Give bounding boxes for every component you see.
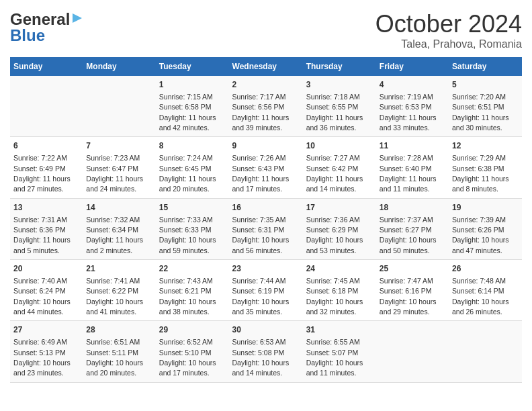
day-number: 22 (159, 263, 226, 275)
day-number: 5 (452, 79, 519, 91)
day-info: Sunrise: 7:39 AMSunset: 6:26 PMDaylight:… (452, 216, 509, 255)
day-number: 28 (86, 324, 152, 336)
logo-arrow-icon (71, 12, 83, 27)
day-number: 16 (232, 202, 300, 214)
weekday-header-friday: Friday (376, 57, 449, 76)
day-number: 24 (306, 263, 373, 275)
calendar-cell: 14Sunrise: 7:32 AMSunset: 6:34 PMDayligh… (83, 198, 156, 259)
day-number: 7 (86, 140, 152, 152)
day-info: Sunrise: 6:55 AMSunset: 5:07 PMDaylight:… (306, 338, 363, 377)
calendar-cell: 23Sunrise: 7:44 AMSunset: 6:19 PMDayligh… (229, 260, 303, 321)
calendar-table: SundayMondayTuesdayWednesdayThursdayFrid… (10, 57, 522, 383)
day-number: 11 (380, 140, 445, 152)
calendar-cell: 22Sunrise: 7:43 AMSunset: 6:21 PMDayligh… (156, 260, 229, 321)
calendar-cell: 6Sunrise: 7:22 AMSunset: 6:49 PMDaylight… (10, 137, 83, 198)
calendar-cell: 21Sunrise: 7:41 AMSunset: 6:22 PMDayligh… (83, 260, 156, 321)
calendar-cell: 27Sunrise: 6:49 AMSunset: 5:13 PMDayligh… (10, 321, 83, 382)
calendar-week-row: 1Sunrise: 7:15 AMSunset: 6:58 PMDaylight… (10, 76, 522, 137)
calendar-cell: 16Sunrise: 7:35 AMSunset: 6:31 PMDayligh… (229, 198, 303, 259)
day-info: Sunrise: 7:27 AMSunset: 6:42 PMDaylight:… (306, 154, 363, 193)
day-number: 13 (13, 202, 79, 214)
calendar-cell: 5Sunrise: 7:20 AMSunset: 6:51 PMDaylight… (449, 76, 522, 137)
day-info: Sunrise: 7:32 AMSunset: 6:34 PMDaylight:… (86, 216, 143, 255)
day-number: 15 (159, 202, 226, 214)
day-number: 6 (13, 140, 79, 152)
calendar-cell: 30Sunrise: 6:53 AMSunset: 5:08 PMDayligh… (229, 321, 303, 382)
day-info: Sunrise: 7:22 AMSunset: 6:49 PMDaylight:… (13, 154, 71, 193)
calendar-cell (83, 76, 156, 137)
weekday-header-monday: Monday (83, 57, 156, 76)
day-number: 29 (159, 324, 226, 336)
day-number: 27 (13, 324, 79, 336)
page-subtitle: Talea, Prahova, Romania (375, 38, 522, 50)
calendar-cell: 1Sunrise: 7:15 AMSunset: 6:58 PMDaylight… (156, 76, 229, 137)
day-number: 17 (306, 202, 373, 214)
calendar-cell: 28Sunrise: 6:51 AMSunset: 5:11 PMDayligh… (83, 321, 156, 382)
calendar-cell: 20Sunrise: 7:40 AMSunset: 6:24 PMDayligh… (10, 260, 83, 321)
page-title: October 2024 (375, 10, 522, 38)
day-info: Sunrise: 7:29 AMSunset: 6:38 PMDaylight:… (452, 154, 509, 193)
calendar-week-row: 6Sunrise: 7:22 AMSunset: 6:49 PMDaylight… (10, 137, 522, 198)
day-info: Sunrise: 6:51 AMSunset: 5:11 PMDaylight:… (86, 338, 143, 377)
calendar-cell: 13Sunrise: 7:31 AMSunset: 6:36 PMDayligh… (10, 198, 83, 259)
day-number: 1 (159, 79, 226, 91)
day-info: Sunrise: 7:40 AMSunset: 6:24 PMDaylight:… (13, 277, 71, 316)
day-number: 23 (232, 263, 300, 275)
calendar-week-row: 13Sunrise: 7:31 AMSunset: 6:36 PMDayligh… (10, 198, 522, 259)
weekday-header-tuesday: Tuesday (156, 57, 229, 76)
logo: General Blue (10, 10, 83, 45)
day-info: Sunrise: 6:49 AMSunset: 5:13 PMDaylight:… (13, 338, 71, 377)
day-info: Sunrise: 7:24 AMSunset: 6:45 PMDaylight:… (159, 154, 216, 193)
day-number: 25 (380, 263, 445, 275)
day-info: Sunrise: 7:36 AMSunset: 6:29 PMDaylight:… (306, 216, 363, 255)
day-info: Sunrise: 7:47 AMSunset: 6:16 PMDaylight:… (380, 277, 437, 316)
calendar-cell: 29Sunrise: 6:52 AMSunset: 5:10 PMDayligh… (156, 321, 229, 382)
calendar-cell: 9Sunrise: 7:26 AMSunset: 6:43 PMDaylight… (229, 137, 303, 198)
day-info: Sunrise: 7:37 AMSunset: 6:27 PMDaylight:… (380, 216, 437, 255)
day-number: 10 (306, 140, 373, 152)
day-number: 19 (452, 202, 519, 214)
weekday-header-saturday: Saturday (449, 57, 522, 76)
calendar-cell: 18Sunrise: 7:37 AMSunset: 6:27 PMDayligh… (376, 198, 449, 259)
logo-blue: Blue (10, 26, 45, 45)
calendar-cell: 15Sunrise: 7:33 AMSunset: 6:33 PMDayligh… (156, 198, 229, 259)
day-number: 18 (380, 202, 445, 214)
day-info: Sunrise: 7:26 AMSunset: 6:43 PMDaylight:… (232, 154, 290, 193)
day-number: 9 (232, 140, 300, 152)
day-info: Sunrise: 7:44 AMSunset: 6:19 PMDaylight:… (232, 277, 290, 316)
calendar-cell: 2Sunrise: 7:17 AMSunset: 6:56 PMDaylight… (229, 76, 303, 137)
calendar-cell: 26Sunrise: 7:48 AMSunset: 6:14 PMDayligh… (449, 260, 522, 321)
day-info: Sunrise: 7:28 AMSunset: 6:40 PMDaylight:… (380, 154, 437, 193)
day-info: Sunrise: 7:33 AMSunset: 6:33 PMDaylight:… (159, 216, 216, 255)
calendar-cell: 10Sunrise: 7:27 AMSunset: 6:42 PMDayligh… (303, 137, 376, 198)
calendar-cell: 24Sunrise: 7:45 AMSunset: 6:18 PMDayligh… (303, 260, 376, 321)
day-number: 31 (306, 324, 373, 336)
day-number: 4 (380, 79, 445, 91)
day-info: Sunrise: 7:18 AMSunset: 6:55 PMDaylight:… (306, 93, 363, 132)
weekday-header-sunday: Sunday (10, 57, 83, 76)
day-info: Sunrise: 7:20 AMSunset: 6:51 PMDaylight:… (452, 93, 509, 132)
calendar-week-row: 27Sunrise: 6:49 AMSunset: 5:13 PMDayligh… (10, 321, 522, 382)
calendar-cell (449, 321, 522, 382)
calendar-week-row: 20Sunrise: 7:40 AMSunset: 6:24 PMDayligh… (10, 260, 522, 321)
calendar-cell: 11Sunrise: 7:28 AMSunset: 6:40 PMDayligh… (376, 137, 449, 198)
calendar-cell (10, 76, 83, 137)
calendar-cell: 7Sunrise: 7:23 AMSunset: 6:47 PMDaylight… (83, 137, 156, 198)
day-info: Sunrise: 7:45 AMSunset: 6:18 PMDaylight:… (306, 277, 363, 316)
calendar-cell: 3Sunrise: 7:18 AMSunset: 6:55 PMDaylight… (303, 76, 376, 137)
day-number: 3 (306, 79, 373, 91)
day-number: 8 (159, 140, 226, 152)
weekday-header-row: SundayMondayTuesdayWednesdayThursdayFrid… (10, 57, 522, 76)
weekday-header-wednesday: Wednesday (229, 57, 303, 76)
day-info: Sunrise: 7:23 AMSunset: 6:47 PMDaylight:… (86, 154, 143, 193)
day-number: 12 (452, 140, 519, 152)
calendar-cell (376, 321, 449, 382)
day-info: Sunrise: 7:19 AMSunset: 6:53 PMDaylight:… (380, 93, 437, 132)
day-number: 14 (86, 202, 152, 214)
calendar-cell: 4Sunrise: 7:19 AMSunset: 6:53 PMDaylight… (376, 76, 449, 137)
day-info: Sunrise: 7:31 AMSunset: 6:36 PMDaylight:… (13, 216, 71, 255)
calendar-cell: 8Sunrise: 7:24 AMSunset: 6:45 PMDaylight… (156, 137, 229, 198)
day-info: Sunrise: 7:17 AMSunset: 6:56 PMDaylight:… (232, 93, 290, 132)
day-info: Sunrise: 6:52 AMSunset: 5:10 PMDaylight:… (159, 338, 216, 377)
calendar-cell: 25Sunrise: 7:47 AMSunset: 6:16 PMDayligh… (376, 260, 449, 321)
